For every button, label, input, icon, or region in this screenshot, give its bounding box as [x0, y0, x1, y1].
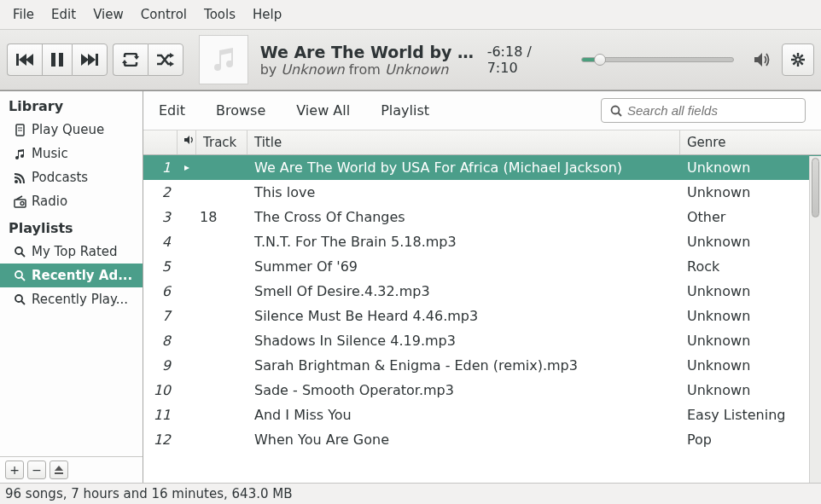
- progress-slider[interactable]: [581, 57, 734, 62]
- cell-index: 10: [143, 380, 178, 400]
- sidebar-item-play-queue[interactable]: Play Queue: [0, 118, 143, 142]
- svg-point-13: [795, 57, 801, 62]
- settings-button[interactable]: [782, 43, 814, 76]
- track-table: Track Title Genre 1We Are The World by U…: [143, 130, 821, 483]
- volume-button[interactable]: [749, 52, 777, 67]
- previous-button[interactable]: [7, 43, 42, 76]
- speaker-small-icon: [184, 135, 195, 145]
- sidebar-item-podcasts[interactable]: Podcasts: [0, 165, 143, 189]
- cell-genre: Unknown: [680, 380, 821, 400]
- svg-rect-14: [797, 53, 799, 56]
- table-row[interactable]: 12When You Are GonePop: [143, 427, 821, 452]
- table-row[interactable]: 11And I Miss YouEasy Listening: [143, 403, 821, 427]
- progress-thumb[interactable]: [594, 54, 606, 66]
- pause-button[interactable]: [42, 43, 72, 76]
- table-row[interactable]: 9Sarah Brightman & Enigma - Eden (remix)…: [143, 353, 821, 378]
- svg-rect-17: [801, 59, 805, 61]
- sidebar-item-label: Radio: [32, 194, 67, 209]
- magnifier-icon: [14, 246, 26, 258]
- menu-tools[interactable]: Tools: [196, 3, 243, 26]
- table-row[interactable]: 5Summer Of '69Rock: [143, 254, 821, 279]
- table-row[interactable]: 6Smell Of Desire.4.32.mp3Unknown: [143, 279, 821, 304]
- scrollbar-thumb[interactable]: [812, 158, 819, 217]
- svg-point-33: [15, 295, 22, 302]
- table-row[interactable]: 318The Cross Of ChangesOther: [143, 205, 821, 229]
- cell-playing-icon: [178, 364, 196, 368]
- search-box[interactable]: [601, 98, 806, 123]
- menu-file[interactable]: File: [5, 3, 42, 26]
- cell-playing-icon: [178, 240, 196, 244]
- add-playlist-button[interactable]: +: [5, 461, 24, 479]
- cell-playing-icon: [178, 315, 196, 318]
- cell-title: And I Miss You: [247, 405, 680, 425]
- sidebar-item-label: Recently Ad...: [32, 268, 132, 283]
- cell-index: 4: [143, 232, 178, 252]
- toolbar: We Are The World by U... by Unknown from…: [0, 29, 821, 90]
- cell-track: [196, 166, 247, 170]
- svg-marker-8: [134, 56, 139, 60]
- svg-marker-40: [184, 165, 189, 171]
- tab-browse[interactable]: Browse: [216, 102, 265, 119]
- skip-back-icon: [16, 54, 33, 66]
- cell-genre: Unknown: [680, 331, 821, 350]
- sidebar-item-label: Recently Play...: [32, 292, 128, 307]
- svg-marker-9: [122, 60, 127, 63]
- next-button[interactable]: [72, 43, 108, 76]
- menu-help[interactable]: Help: [245, 3, 289, 26]
- repeat-button[interactable]: [113, 43, 148, 76]
- shuffle-button[interactable]: [148, 43, 183, 76]
- sidebar-playlist-2[interactable]: Recently Play...: [0, 287, 143, 311]
- tab-view-all[interactable]: View All: [296, 102, 350, 119]
- search-input[interactable]: [627, 103, 796, 118]
- cell-title: The Cross Of Changes: [247, 207, 680, 227]
- cell-playing-icon: [178, 389, 196, 392]
- sidebar-item-music[interactable]: Music: [0, 142, 143, 165]
- content: Edit Browse View All Playlist Track Titl…: [143, 91, 821, 483]
- cell-title: When You Are Gone: [247, 430, 680, 449]
- cell-index: 5: [143, 257, 178, 276]
- menu-view[interactable]: View: [85, 3, 131, 26]
- tab-playlist[interactable]: Playlist: [381, 102, 429, 119]
- sidebar-item-radio[interactable]: Radio: [0, 189, 143, 213]
- col-title[interactable]: Title: [247, 130, 680, 154]
- cell-index: 1: [143, 158, 178, 177]
- remove-playlist-button[interactable]: −: [27, 461, 46, 479]
- table-row[interactable]: 7Silence Must Be Heard 4.46.mp3Unknown: [143, 304, 821, 328]
- sidebar-playlist-1[interactable]: Recently Ad...: [0, 264, 143, 287]
- album-art: [199, 35, 248, 84]
- menu-control[interactable]: Control: [133, 3, 195, 26]
- svg-rect-3: [51, 53, 55, 67]
- table-row[interactable]: 8Shadows In Silence 4.19.mp3Unknown: [143, 328, 821, 353]
- cell-playing-icon: [178, 162, 196, 174]
- cell-playing-icon: [178, 216, 196, 219]
- table-row[interactable]: 1We Are The World by USA For Africa (Mic…: [143, 155, 821, 180]
- col-playing[interactable]: [178, 130, 196, 154]
- cell-index: 12: [143, 430, 178, 449]
- now-playing: We Are The World by U... by Unknown from…: [260, 43, 482, 78]
- cell-playing-icon: [178, 265, 196, 269]
- col-track[interactable]: Track: [196, 130, 247, 154]
- music-note-icon: [207, 43, 240, 76]
- eject-button[interactable]: [49, 461, 68, 479]
- vertical-scrollbar[interactable]: [809, 156, 821, 483]
- svg-rect-4: [59, 53, 63, 67]
- svg-marker-5: [81, 54, 89, 66]
- cell-track: [196, 191, 247, 194]
- cell-title: Sade - Smooth Operator.mp3: [247, 380, 680, 400]
- cell-track: [196, 438, 247, 442]
- tab-edit[interactable]: Edit: [159, 102, 185, 119]
- table-row[interactable]: 2This loveUnknown: [143, 180, 821, 205]
- col-genre[interactable]: Genre: [680, 130, 821, 154]
- menu-edit[interactable]: Edit: [44, 3, 84, 26]
- col-index[interactable]: [143, 130, 178, 154]
- now-playing-album: Unknown: [385, 61, 448, 78]
- svg-line-30: [21, 253, 25, 257]
- cell-title: Summer Of '69: [247, 257, 680, 276]
- cell-track: [196, 364, 247, 368]
- svg-marker-35: [55, 466, 63, 471]
- magnifier-icon: [14, 269, 26, 282]
- table-row[interactable]: 4T.N.T. For The Brain 5.18.mp3Unknown: [143, 229, 821, 254]
- table-row[interactable]: 10Sade - Smooth Operator.mp3Unknown: [143, 378, 821, 403]
- sidebar-playlist-0[interactable]: My Top Rated: [0, 240, 143, 264]
- playlists-header: Playlists: [0, 213, 143, 240]
